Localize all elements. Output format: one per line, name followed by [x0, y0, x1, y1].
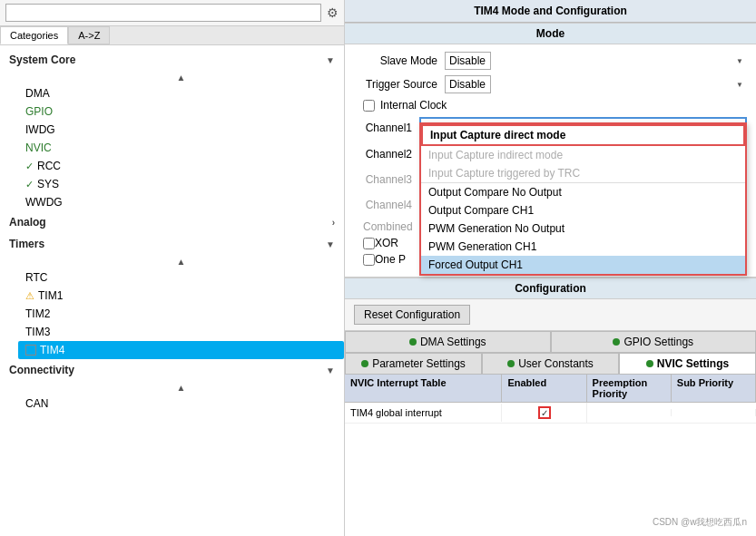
nvic-dot [646, 360, 653, 367]
nav-item-can[interactable]: CAN [18, 395, 344, 413]
search-input[interactable] [5, 4, 321, 22]
config-tab-dma[interactable]: DMA Settings [345, 331, 551, 353]
interrupt-cell-sub-0 [672, 409, 756, 416]
watermark: CSDN @w我想吃西瓜n [653, 516, 747, 529]
trigger-source-label: Trigger Source [354, 78, 445, 91]
interrupt-cell-enabled-0[interactable] [502, 403, 586, 423]
tim4-checkbox [25, 345, 36, 356]
gear-button[interactable]: ⚙ [327, 5, 339, 20]
one-pulse-label: One P [375, 253, 406, 266]
channel2-label: Channel2 [354, 148, 419, 161]
tabs-row: Categories A->Z [0, 26, 344, 45]
xor-checkbox[interactable] [363, 238, 375, 249]
dropdown-item-5[interactable]: PWM Generation No Output [421, 219, 745, 238]
slave-mode-select[interactable]: Disable [445, 52, 491, 70]
interrupt-checkbox-0[interactable] [538, 406, 551, 419]
panel-title: TIM4 Mode and Configuration [345, 0, 756, 23]
trigger-source-row: Trigger Source Disable [354, 75, 747, 93]
arrow-icon: ▼ [326, 55, 335, 65]
interrupt-cell-name-0: TIM4 global interrupt [345, 404, 502, 422]
nav-item-iwdg[interactable]: IWDG [18, 121, 344, 139]
nav-item-tim4[interactable]: TIM4 [18, 341, 344, 359]
nav-item-wwdg[interactable]: WWDG [18, 193, 344, 211]
scroll-up[interactable]: ▲ [18, 71, 344, 84]
analog-arrow-icon: › [332, 218, 335, 228]
timers-scroll-up[interactable]: ▲ [18, 255, 344, 268]
config-tab-gpio[interactable]: GPIO Settings [551, 331, 757, 353]
combined-label: Combined [363, 220, 418, 233]
warn-icon: ⚠ [25, 290, 34, 302]
tab-categories[interactable]: Categories [0, 26, 68, 44]
section-timers[interactable]: Timers ▼ [0, 233, 344, 255]
nav-item-tim1[interactable]: ⚠TIM1 [18, 287, 344, 305]
check-icon-sys: ✓ [25, 179, 34, 190]
system-core-items: ▲ DMA GPIO IWDG NVIC ✓RCC ✓SYS WWDG [0, 71, 344, 211]
timers-items: ▲ RTC ⚠TIM1 TIM2 TIM3 TIM4 [0, 255, 344, 359]
dropdown-item-7[interactable]: Forced Output CH1 [421, 256, 745, 274]
channel1-label: Channel1 [354, 122, 419, 134]
gpio-dot [613, 338, 620, 346]
nav-item-nvic[interactable]: NVIC [18, 139, 344, 157]
dropdown-item-3[interactable]: Output Compare No Output [421, 182, 745, 201]
dropdown-item-1: Input Capture indirect mode [421, 146, 745, 164]
nav-item-tim2[interactable]: TIM2 [18, 305, 344, 323]
connectivity-items: ▲ CAN [0, 381, 344, 413]
search-bar: ⚙ [0, 0, 344, 26]
internal-clock-row: Internal Clock [354, 99, 747, 112]
interrupt-row-0: TIM4 global interrupt [345, 403, 756, 424]
tab-atoz[interactable]: A->Z [68, 26, 110, 44]
connectivity-scroll-up[interactable]: ▲ [18, 381, 344, 395]
interrupt-col-name: NVIC Interrupt Table [345, 375, 502, 402]
right-panel: TIM4 Mode and Configuration Mode Slave M… [345, 0, 756, 536]
dropdown-item-4[interactable]: Output Compare CH1 [421, 201, 745, 219]
trigger-source-select-wrapper: Disable [445, 75, 747, 93]
nav-item-rtc[interactable]: RTC [18, 268, 344, 287]
channel3-label: Channel3 [354, 173, 419, 186]
left-panel: ⚙ Categories A->Z System Core ▼ ▲ DMA GP… [0, 0, 345, 536]
dropdown-item-6[interactable]: PWM Generation CH1 [421, 238, 745, 256]
interrupt-col-sub: Sub Priority [672, 375, 756, 402]
nav-tree: System Core ▼ ▲ DMA GPIO IWDG NVIC ✓RCC … [0, 45, 344, 536]
config-tab-user-constants[interactable]: User Constants [482, 353, 619, 375]
nav-item-tim3[interactable]: TIM3 [18, 323, 344, 341]
config-section-title: Configuration [345, 278, 756, 299]
nav-item-dma[interactable]: DMA [18, 84, 344, 102]
slave-mode-row: Slave Mode Disable [354, 52, 747, 70]
xor-label: XOR [375, 237, 398, 249]
config-tabs-row1: DMA Settings GPIO Settings [345, 331, 756, 353]
config-tab-params[interactable]: Parameter Settings [345, 353, 482, 375]
config-section: Configuration Reset Configuration DMA Se… [345, 278, 756, 536]
dropdown-item-0[interactable]: Input Capture direct mode [421, 124, 745, 146]
interrupt-col-enabled: Enabled [502, 375, 586, 402]
mode-section-title: Mode [345, 23, 756, 44]
dropdown-item-2: Input Capture triggered by TRC [421, 164, 745, 182]
dma-dot [409, 338, 417, 346]
nav-item-rcc[interactable]: ✓RCC [18, 157, 344, 175]
reset-row: Reset Configuration [345, 299, 756, 331]
interrupt-col-preemption: Preemption Priority [587, 375, 672, 402]
nav-item-gpio[interactable]: GPIO [18, 102, 344, 121]
channel4-label: Channel4 [354, 199, 419, 211]
config-tab-nvic[interactable]: NVIC Settings [619, 353, 756, 375]
timers-arrow-icon: ▼ [326, 239, 335, 249]
trigger-source-select[interactable]: Disable [445, 75, 491, 93]
params-dot [361, 360, 368, 367]
user-constants-dot [507, 360, 515, 367]
slave-mode-select-wrapper: Disable [445, 52, 747, 70]
section-analog[interactable]: Analog › [0, 211, 344, 233]
internal-clock-checkbox[interactable] [363, 100, 375, 112]
interrupt-cell-preemption-0 [587, 409, 672, 416]
nav-item-sys[interactable]: ✓SYS [18, 175, 344, 193]
internal-clock-label: Internal Clock [380, 99, 447, 112]
interrupt-table: NVIC Interrupt Table Enabled Preemption … [345, 375, 756, 536]
connectivity-arrow-icon: ▼ [326, 365, 335, 375]
section-system-core[interactable]: System Core ▼ [0, 49, 344, 71]
mode-section: Slave Mode Disable Trigger Source Disabl… [345, 44, 756, 278]
slave-mode-label: Slave Mode [354, 54, 445, 67]
one-pulse-checkbox[interactable] [363, 254, 375, 266]
channel-dropdown: Input Capture direct mode Input Capture … [419, 122, 747, 276]
section-connectivity[interactable]: Connectivity ▼ [0, 359, 344, 381]
reset-config-button[interactable]: Reset Configuration [354, 305, 470, 325]
interrupt-header: NVIC Interrupt Table Enabled Preemption … [345, 375, 756, 403]
check-icon: ✓ [25, 161, 34, 172]
